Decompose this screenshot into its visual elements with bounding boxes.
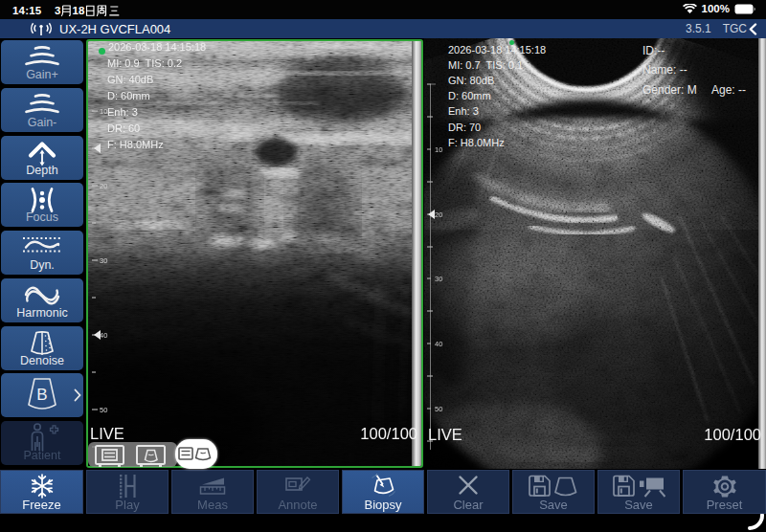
svg-text:40: 40: [435, 340, 442, 348]
svg-text:30: 30: [435, 275, 442, 283]
svg-text:3: 3: [55, 5, 61, 16]
svg-text:30: 30: [100, 256, 107, 265]
svg-text:50: 50: [100, 406, 107, 414]
svg-text:20: 20: [435, 211, 442, 219]
svg-text:18: 18: [73, 5, 86, 16]
svg-text:B: B: [36, 386, 47, 404]
svg-text:10: 10: [435, 145, 442, 154]
svg-text:20: 20: [100, 182, 107, 190]
svg-text:40: 40: [100, 331, 107, 340]
svg-text:50: 50: [435, 405, 442, 413]
